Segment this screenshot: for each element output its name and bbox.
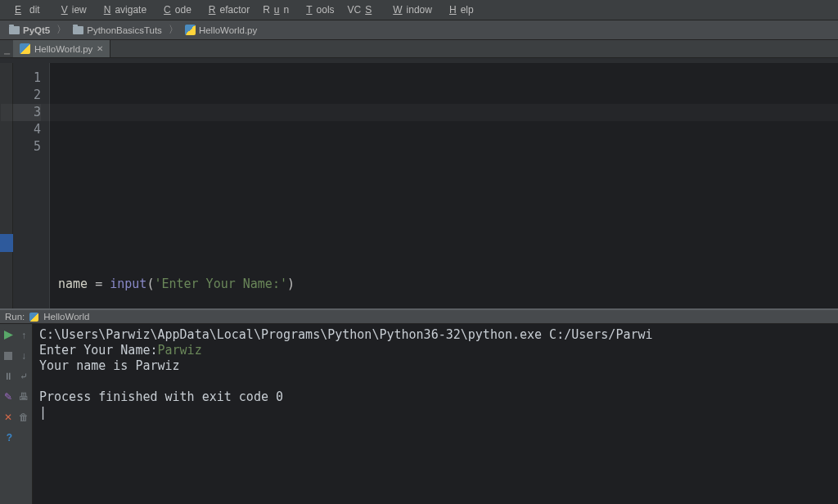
hide-tool-window-icon[interactable]: ⎯ <box>0 42 13 56</box>
main-menu-bar: Edit View Navigate Code Refactor Run Too… <box>0 0 838 20</box>
folder-icon <box>9 26 20 34</box>
folder-icon <box>73 26 83 34</box>
menu-help[interactable]: Help <box>441 2 478 17</box>
line-number: 1 <box>13 70 41 87</box>
breadcrumb-folder[interactable]: PythonBasicsTuts <box>70 25 164 36</box>
breadcrumb-project[interactable]: PyQt5 <box>7 25 52 36</box>
attach-icon[interactable]: ✎ <box>2 390 15 403</box>
sidebar-marker <box>0 234 13 252</box>
console-line: Your name is Parwiz <box>39 358 180 373</box>
left-gutter-bar <box>0 63 13 308</box>
code-editor: 1 2 3 4 5 name = input('Enter Your Name:… <box>0 58 838 308</box>
editor-tabs: ⎯ HelloWorld.py ✕ <box>0 40 838 58</box>
help-button[interactable]: ? <box>3 431 16 443</box>
code-line-3 <box>58 224 830 241</box>
menu-navigate[interactable]: Navigate <box>96 2 151 17</box>
chevron-right-icon: 〉 <box>56 24 66 36</box>
line-number-gutter: 1 2 3 4 5 <box>13 63 49 308</box>
wrap-icon[interactable]: ⤶ <box>18 370 30 382</box>
svg-marker-0 <box>4 331 13 340</box>
scroll-up-icon[interactable]: ↑ <box>18 329 30 341</box>
close-icon[interactable]: ✕ <box>97 44 103 53</box>
menu-run[interactable]: Run <box>259 2 293 17</box>
run-tool-window-header: Run: HelloWorld <box>0 308 838 324</box>
menu-window[interactable]: Window <box>385 2 436 17</box>
run-title: Run: <box>5 312 25 322</box>
menu-edit[interactable]: Edit <box>7 2 48 17</box>
console-line: C:\Users\Parwiz\AppData\Local\Programs\P… <box>39 327 653 342</box>
line-number: 2 <box>13 87 41 104</box>
run-toolbar: ↑ ↓ ⏸ ⤶ ✎ 🖶 ✕ 🗑 ? <box>0 324 33 504</box>
run-tool-window: ↑ ↓ ⏸ ⤶ ✎ 🖶 ✕ 🗑 ? C:\Users\Parwiz\AppDat… <box>0 324 838 504</box>
line-number: 4 <box>13 121 41 138</box>
line-number: 3 <box>13 104 41 121</box>
python-icon <box>29 313 38 322</box>
console-user-input: Parwiz <box>158 343 202 358</box>
breadcrumb-project-label: PyQt5 <box>23 25 50 35</box>
console-exit: Process finished with exit code 0 <box>39 389 283 404</box>
console-output[interactable]: C:\Users\Parwiz\AppData\Local\Programs\P… <box>33 324 838 504</box>
menu-vcs[interactable]: VCS <box>344 2 381 17</box>
console-prompt: Enter Your Name: <box>39 343 158 358</box>
python-icon <box>20 43 30 54</box>
trash-icon[interactable]: 🗑 <box>18 411 30 423</box>
chevron-right-icon: 〉 <box>169 24 178 36</box>
menu-code[interactable]: Code <box>155 2 196 17</box>
current-line-highlight <box>1 104 838 121</box>
python-icon <box>185 25 196 35</box>
code-line-2 <box>58 173 830 190</box>
breadcrumb-file[interactable]: HelloWorld.py <box>182 24 259 36</box>
line-number: 5 <box>13 138 41 155</box>
breadcrumb-file-label: HelloWorld.py <box>199 25 257 35</box>
tab-helloworld[interactable]: HelloWorld.py ✕ <box>13 40 110 57</box>
code-area[interactable]: name = input('Enter Your Name:') print('… <box>49 63 838 308</box>
close-button[interactable]: ✕ <box>2 411 15 423</box>
breadcrumb-folder-label: PythonBasicsTuts <box>87 25 162 35</box>
stop-button[interactable] <box>2 349 15 362</box>
menu-tools[interactable]: Tools <box>298 2 338 17</box>
print-icon[interactable]: 🖶 <box>18 390 30 403</box>
menu-refactor[interactable]: Refactor <box>200 2 254 17</box>
rerun-button[interactable] <box>2 329 15 341</box>
tab-label: HelloWorld.py <box>34 44 92 54</box>
scroll-down-icon[interactable]: ↓ <box>18 349 30 362</box>
breadcrumb: PyQt5 〉 PythonBasicsTuts 〉 HelloWorld.py <box>0 20 838 40</box>
pause-button[interactable]: ⏸ <box>2 370 15 382</box>
code-line-4: name = input('Enter Your Name:') <box>58 276 830 293</box>
code-line-1 <box>58 121 830 138</box>
svg-rect-1 <box>4 352 12 360</box>
menu-view[interactable]: View <box>53 2 91 17</box>
console-caret: | <box>39 405 47 420</box>
run-config-name: HelloWorld <box>43 312 89 322</box>
